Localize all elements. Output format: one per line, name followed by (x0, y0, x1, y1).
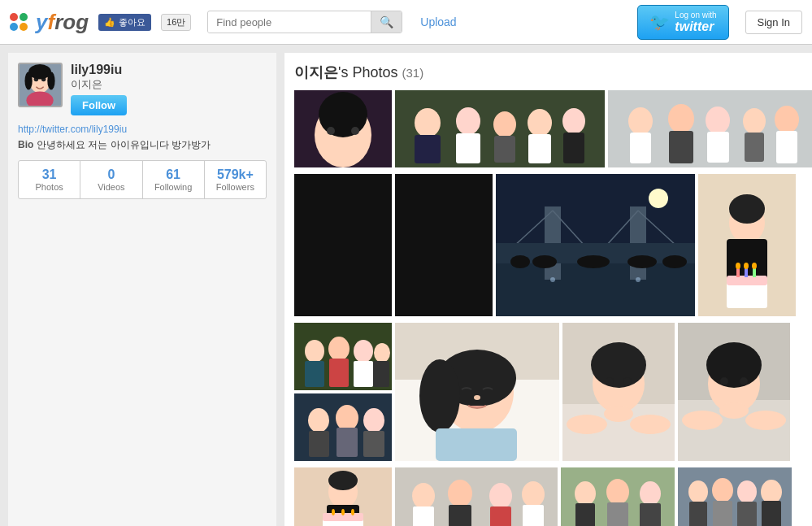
svg-point-60 (729, 194, 765, 224)
svg-rect-15 (415, 135, 441, 163)
svg-rect-37 (395, 174, 493, 316)
svg-point-123 (522, 481, 545, 507)
svg-point-52 (510, 255, 530, 268)
signin-button[interactable]: Sign In (745, 11, 802, 34)
stat-videos-label: Videos (84, 182, 138, 192)
svg-rect-17 (456, 133, 480, 163)
svg-rect-76 (354, 361, 373, 387)
stat-videos-num: 0 (84, 167, 138, 182)
svg-point-95 (591, 342, 646, 388)
svg-rect-30 (707, 132, 729, 163)
svg-rect-132 (575, 503, 595, 526)
stat-photos[interactable]: 31 Photos (19, 161, 80, 198)
svg-point-10 (319, 92, 367, 137)
photo-3[interactable] (608, 90, 812, 167)
svg-point-116 (332, 509, 335, 515)
stat-following[interactable]: 61 Following (143, 161, 205, 198)
svg-point-14 (415, 108, 441, 137)
stat-photos-num: 31 (22, 167, 76, 182)
svg-point-104 (706, 342, 762, 388)
photo-6[interactable] (395, 174, 493, 316)
search-button[interactable]: 🔍 (371, 11, 402, 33)
photo-count: (31) (402, 66, 424, 80)
svg-point-56 (662, 255, 687, 268)
photo-2[interactable] (395, 90, 605, 167)
svg-point-106 (740, 377, 748, 385)
svg-point-89 (419, 359, 460, 433)
svg-rect-141 (713, 501, 732, 526)
svg-point-55 (627, 255, 657, 268)
svg-point-18 (493, 111, 516, 137)
svg-point-73 (374, 343, 390, 363)
follow-button[interactable]: Follow (71, 95, 127, 115)
svg-point-108 (745, 411, 786, 430)
photo-14[interactable] (294, 467, 392, 526)
svg-point-80 (336, 405, 358, 431)
bio-section: Bio 안녕하세요 저는 아이유입니다 방가방가 (18, 138, 267, 152)
svg-point-66 (736, 263, 740, 269)
svg-point-105 (720, 377, 728, 385)
photo-8[interactable] (698, 174, 796, 316)
avatar (18, 63, 63, 107)
bio-text: 안녕하세요 저는 아이유입니다 방가방가 (37, 139, 211, 150)
svg-rect-36 (294, 174, 392, 316)
svg-point-98 (567, 415, 607, 434)
svg-point-79 (308, 408, 329, 433)
svg-rect-19 (494, 136, 515, 163)
svg-rect-134 (640, 503, 661, 526)
stat-photos-label: Photos (22, 182, 76, 192)
svg-rect-124 (413, 506, 434, 526)
svg-rect-142 (737, 502, 757, 526)
title-username: 이지은 (294, 64, 338, 80)
twitter-btn-text: Log on with twitter (675, 11, 716, 34)
svg-point-120 (412, 483, 435, 509)
upload-link[interactable]: Upload (420, 15, 456, 28)
svg-point-27 (668, 104, 694, 133)
photo-11[interactable] (395, 323, 559, 461)
photo-1[interactable] (294, 90, 392, 167)
photo-9[interactable] (294, 323, 392, 390)
svg-point-122 (489, 483, 512, 509)
svg-point-121 (448, 480, 472, 507)
logo-dot-2 (20, 13, 28, 21)
svg-point-131 (640, 481, 661, 506)
photo-15[interactable] (395, 467, 558, 526)
svg-point-53 (532, 255, 557, 268)
svg-point-136 (688, 480, 708, 503)
svg-rect-140 (689, 502, 707, 526)
logo-dot-1 (10, 13, 18, 21)
photo-16[interactable] (561, 467, 675, 526)
stat-followers-num: 579k+ (208, 167, 263, 182)
twitter-login-button[interactable]: 🐦 Log on with twitter (637, 5, 728, 40)
svg-rect-40 (496, 263, 695, 316)
fb-count: 16만 (161, 14, 191, 31)
svg-rect-82 (309, 431, 329, 457)
photo-12[interactable] (562, 323, 675, 461)
username: lily199iu (71, 63, 267, 77)
stat-videos[interactable]: 0 Videos (80, 161, 142, 198)
search-input[interactable] (208, 12, 371, 33)
photo-5[interactable] (294, 174, 392, 316)
photo-17[interactable] (678, 467, 792, 526)
svg-point-25 (628, 107, 653, 135)
stat-followers[interactable]: 579k+ Followers (205, 161, 266, 198)
fb-like-button[interactable]: 👍 좋아요 (98, 14, 151, 31)
search-box: 🔍 (207, 11, 402, 33)
photo-7[interactable] (496, 174, 695, 316)
svg-point-6 (24, 72, 32, 89)
svg-point-54 (577, 255, 610, 268)
svg-point-33 (775, 106, 799, 133)
svg-rect-143 (762, 501, 781, 526)
fb-thumbs-icon: 👍 (104, 17, 115, 28)
svg-rect-28 (669, 131, 693, 163)
profile-url-link[interactable]: http://twitter.com/lily199iu (18, 124, 267, 135)
svg-point-99 (630, 415, 671, 434)
svg-point-72 (354, 340, 373, 363)
photo-10[interactable] (294, 393, 392, 461)
svg-point-12 (351, 127, 359, 135)
photo-13[interactable] (678, 323, 790, 461)
svg-rect-133 (607, 502, 628, 526)
content: 이지은's Photos (31) (284, 53, 812, 526)
title-suffix: 's Photos (338, 64, 397, 80)
display-name: 이지은 (71, 77, 267, 92)
